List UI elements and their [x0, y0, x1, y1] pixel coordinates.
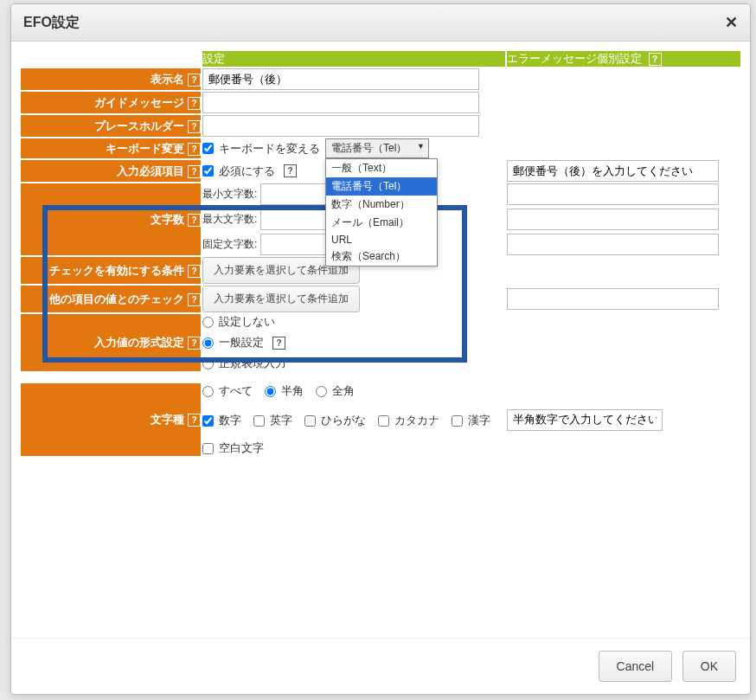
col-error-header: エラーメッセージ個別設定 ? — [506, 50, 741, 67]
settings-table: 設定 エラーメッセージ個別設定 ? 表示名? ガイドメッセージ? — [20, 50, 741, 457]
keyboard-dropdown: 一般（Text） 電話番号（Tel） 数字（Number） メール（Email）… — [325, 158, 438, 267]
help-icon[interactable]: ? — [188, 120, 201, 133]
format-none-radio[interactable] — [202, 317, 214, 328]
required-label: 必須にする — [219, 164, 275, 179]
other-check-add-button[interactable]: 入力要素を選択して条件追加 — [202, 286, 360, 312]
kind-space-checkbox[interactable] — [202, 443, 214, 454]
close-icon[interactable]: ✕ — [725, 13, 738, 32]
keyboard-change-label: キーボードを変える — [219, 141, 320, 157]
dialog-footer: Cancel OK — [11, 638, 750, 694]
cancel-button[interactable]: Cancel — [599, 651, 673, 682]
row-length-label: 文字数? — [20, 183, 202, 256]
format-general-radio[interactable] — [202, 337, 214, 349]
keyboard-option-tel[interactable]: 電話番号（Tel） — [326, 177, 437, 196]
width-half-radio[interactable] — [265, 386, 276, 397]
help-icon[interactable]: ? — [272, 337, 285, 350]
row-other-check-label: 他の項目の値とのチェック? — [20, 285, 202, 313]
titlebar: EFO設定 ✕ — [11, 4, 750, 42]
col-settings-header: 設定 — [202, 50, 506, 67]
ok-button[interactable]: OK — [682, 651, 736, 682]
kind-hira-checkbox[interactable] — [304, 415, 316, 427]
help-icon[interactable]: ? — [188, 214, 201, 227]
display-name-input[interactable] — [202, 68, 479, 90]
corner-cell — [20, 50, 202, 67]
required-error-input[interactable] — [507, 160, 719, 182]
row-format-label: 入力値の形式設定? — [20, 313, 202, 372]
keyboard-option-email[interactable]: メール（Email） — [326, 214, 437, 232]
fixed-length-error-input[interactable] — [507, 234, 719, 255]
width-all-radio[interactable] — [202, 386, 214, 397]
help-icon[interactable]: ? — [188, 337, 201, 350]
help-icon[interactable]: ? — [188, 143, 201, 156]
dialog: EFO設定 ✕ 設定 エラーメッセージ個別設定 ? 表示名? — [10, 3, 751, 695]
dialog-title: EFO設定 — [23, 14, 725, 32]
help-icon[interactable]: ? — [188, 293, 201, 306]
kind-kanji-checkbox[interactable] — [452, 415, 463, 427]
kind-digit-checkbox[interactable] — [202, 415, 214, 427]
placeholder-input[interactable] — [202, 115, 479, 137]
min-length-error-input[interactable] — [507, 183, 719, 205]
help-icon[interactable]: ? — [284, 164, 297, 177]
help-icon[interactable]: ? — [188, 74, 201, 87]
help-icon[interactable]: ? — [188, 165, 201, 178]
row-guide-label: ガイドメッセージ? — [20, 91, 202, 114]
guide-message-input[interactable] — [202, 92, 479, 113]
dialog-body: 設定 エラーメッセージ個別設定 ? 表示名? ガイドメッセージ? — [11, 42, 750, 638]
row-display-name-label: 表示名? — [20, 67, 202, 91]
help-icon[interactable]: ? — [649, 53, 662, 66]
row-chartype-label: 文字種? — [20, 382, 202, 457]
chartype-error-input[interactable] — [507, 409, 663, 431]
help-icon[interactable]: ? — [188, 97, 201, 110]
keyboard-option-url[interactable]: URL — [326, 232, 437, 247]
row-check-cond-label: チェックを有効にする条件? — [20, 256, 202, 285]
help-icon[interactable]: ? — [188, 414, 201, 427]
required-checkbox[interactable] — [202, 165, 214, 177]
kind-kata-checkbox[interactable] — [378, 415, 389, 427]
keyboard-option-search[interactable]: 検索（Search） — [326, 247, 437, 266]
max-length-error-input[interactable] — [507, 209, 719, 230]
display-name-error-cell — [506, 67, 741, 91]
display-name-cell — [202, 67, 506, 91]
keyboard-change-checkbox[interactable] — [202, 143, 214, 154]
other-check-error-input[interactable] — [507, 288, 719, 310]
kind-alpha-checkbox[interactable] — [253, 415, 265, 427]
row-keyboard-label: キーボード変更? — [20, 138, 202, 159]
keyboard-option-number[interactable]: 数字（Number） — [326, 196, 437, 214]
help-icon[interactable]: ? — [188, 265, 201, 278]
format-regex-radio[interactable] — [202, 358, 214, 369]
keyboard-select[interactable]: 電話番号（Tel） 一般（Text） 電話番号（Tel） 数字（Number） … — [325, 138, 429, 158]
keyboard-option-text[interactable]: 一般（Text） — [326, 159, 437, 177]
keyboard-cell: キーボードを変える 電話番号（Tel） 一般（Text） 電話番号（Tel） 数… — [202, 138, 506, 159]
row-placeholder-label: プレースホルダー? — [20, 114, 202, 138]
width-full-radio[interactable] — [316, 386, 327, 397]
row-required-label: 入力必須項目? — [20, 159, 202, 183]
keyboard-select-box[interactable]: 電話番号（Tel） — [325, 138, 429, 158]
